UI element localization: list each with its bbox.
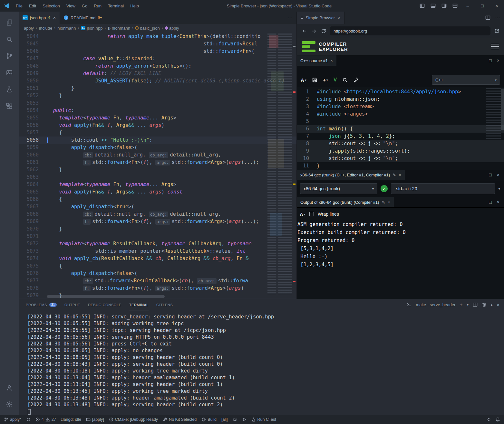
ce-scrollbar[interactable] <box>501 89 504 130</box>
ce-source-lines[interactable]: 1#include <https://localhost:8443/apply/… <box>297 88 504 170</box>
status-branch[interactable]: apply* <box>4 417 21 422</box>
source-control-icon[interactable] <box>0 48 19 64</box>
close-icon[interactable]: × <box>330 58 333 63</box>
tab-terminal[interactable]: TERMINAL <box>129 299 149 310</box>
breadcrumb-item-file[interactable]: C++ json.hpp <box>81 26 102 31</box>
minimap[interactable] <box>267 33 292 294</box>
maximize-pane-icon[interactable]: □ <box>489 172 491 177</box>
testing-beaker-icon[interactable] <box>0 81 19 98</box>
ce-source-editor[interactable]: 1#include <https://localhost:8443/apply/… <box>297 87 504 170</box>
maximize-panel-icon[interactable]: ▴ <box>491 303 493 307</box>
horizontal-scrollbar[interactable] <box>47 295 165 298</box>
back-icon[interactable] <box>301 27 308 34</box>
extensions-icon[interactable] <box>0 98 19 115</box>
status-cmake-status[interactable]: CMake: [Debug]: Ready <box>109 417 158 422</box>
terminal[interactable]: [2022-04-30 06:05:55] INFO: serve_header… <box>19 310 504 415</box>
breadcrumb-item-namespace[interactable]: {} nlohmann <box>108 26 131 31</box>
toggle-secondary-sidebar-icon[interactable] <box>439 0 450 12</box>
close-icon[interactable]: × <box>338 15 340 20</box>
hamburger-menu-icon[interactable] <box>491 44 499 50</box>
ce-minimap[interactable] <box>486 88 501 140</box>
breadcrumb-item-class[interactable]: basic_json <box>135 26 160 31</box>
language-select[interactable]: C++ ▾ <box>432 75 500 85</box>
explorer-icon[interactable] <box>0 14 19 31</box>
compiler-pane-tab[interactable]: x86-64 gcc (trunk) (C++, Editor #1, Comp… <box>297 170 405 180</box>
close-panel-icon[interactable]: × <box>497 302 499 307</box>
rename-pencil-icon[interactable]: ✎ <box>382 200 385 205</box>
menu-terminal[interactable]: Terminal <box>105 2 127 10</box>
source-pane-tab[interactable]: C++ source #1 × <box>297 55 336 66</box>
close-pane-icon[interactable]: × <box>497 172 499 177</box>
new-terminal-icon[interactable]: + <box>460 302 462 308</box>
url-input[interactable]: https://godbolt.org <box>330 26 490 35</box>
open-external-icon[interactable] <box>493 27 500 34</box>
forward-icon[interactable] <box>310 27 317 34</box>
chevron-down-icon[interactable]: ▾ <box>467 303 469 306</box>
add-pane-button[interactable]: +▾ <box>323 77 328 83</box>
more-actions-icon[interactable]: ⋯ <box>495 15 500 21</box>
pin-icon[interactable] <box>353 77 359 83</box>
breadcrumb-item-method[interactable]: apply <box>165 26 179 31</box>
close-pane-icon[interactable]: × <box>497 200 499 205</box>
output-pane-tab[interactable]: Output of x86-64 gcc (trunk) (Compiler #… <box>297 197 394 207</box>
close-icon[interactable]: × <box>53 15 56 20</box>
search-icon[interactable] <box>342 77 348 83</box>
menu-run[interactable]: Run <box>91 2 104 10</box>
feedback-icon[interactable] <box>487 417 491 422</box>
editor-more-actions-icon[interactable]: ⋯ <box>287 12 296 24</box>
code-lines[interactable]: 5044 return apply_make_tuple<ConstThis>(… <box>19 33 296 299</box>
code-editor[interactable]: 5044 return apply_make_tuple<ConstThis>(… <box>19 32 296 299</box>
tab-simple-browser[interactable]: ≡ Simple Browser × <box>297 12 344 24</box>
maximize-pane-icon[interactable]: □ <box>489 58 491 63</box>
toggle-panel-icon[interactable] <box>428 0 439 12</box>
split-editor-icon[interactable] <box>485 15 490 20</box>
account-icon[interactable] <box>0 379 19 396</box>
notifications-bell-icon[interactable] <box>496 417 500 422</box>
status-build-target[interactable]: [all] <box>221 417 228 422</box>
maximize-pane-icon[interactable]: □ <box>489 200 491 205</box>
status-run-ctest[interactable]: Run CTest <box>251 417 276 422</box>
toggle-sidebar-icon[interactable] <box>417 0 428 12</box>
tab-json-hpp[interactable]: C++ json.hpp 4 × <box>19 12 60 24</box>
rename-pencil-icon[interactable]: ✎ <box>393 173 396 177</box>
menu-edit[interactable]: Edit <box>26 2 39 10</box>
terminal-picker[interactable]: make - serve_header <box>416 302 455 307</box>
status-sync-icon[interactable] <box>26 417 31 422</box>
status-debug-icon[interactable] <box>233 417 237 422</box>
chevron-down-icon[interactable]: ▾ <box>498 187 501 191</box>
font-size-button[interactable]: A▾ <box>301 77 306 83</box>
font-size-button[interactable]: A▾ <box>300 212 305 217</box>
save-icon[interactable] <box>312 77 317 83</box>
reload-icon[interactable] <box>320 27 327 34</box>
close-pane-icon[interactable]: × <box>497 58 499 63</box>
menu-file[interactable]: File <box>13 2 25 10</box>
settings-gear-icon[interactable] <box>0 396 19 413</box>
wrap-lines-checkbox[interactable] <box>309 212 314 216</box>
tab-output[interactable]: OUTPUT <box>64 299 80 310</box>
tab-readme-md[interactable]: i README.md 9+ <box>60 12 106 24</box>
kill-terminal-trash-icon[interactable] <box>482 302 487 307</box>
tab-debug-console[interactable]: DEBUG CONSOLE <box>88 299 121 310</box>
close-icon[interactable]: × <box>388 200 390 205</box>
compiler-select[interactable]: x86-64 gcc (trunk) ▾ <box>300 183 377 194</box>
menu-view[interactable]: View <box>63 2 78 10</box>
status-clangd[interactable]: clangd: idle <box>61 417 81 422</box>
search-icon[interactable] <box>0 31 19 48</box>
vim-mode-button[interactable]: V <box>334 77 337 83</box>
breadcrumb-item[interactable]: include <box>39 26 52 31</box>
minimize-button[interactable]: – <box>460 0 475 12</box>
compiler-options-input[interactable]: -std=c++20 <box>391 183 495 194</box>
maximize-button[interactable]: □ <box>475 0 489 12</box>
breadcrumb-item[interactable]: nlohmann <box>57 26 76 31</box>
split-terminal-icon[interactable] <box>473 302 478 307</box>
status-problems[interactable]: 4 27 <box>35 417 56 422</box>
menu-help[interactable]: Help <box>127 2 142 10</box>
status-cmake-project[interactable]: [apply] <box>86 417 104 422</box>
status-cmake-kit[interactable]: No Kit Selected <box>163 417 197 422</box>
status-launch-icon[interactable] <box>242 417 247 422</box>
status-build[interactable]: Build <box>201 417 217 422</box>
tab-problems[interactable]: PROBLEMS 31 <box>26 299 57 310</box>
close-window-button[interactable]: × <box>489 0 504 12</box>
breadcrumb-item[interactable]: apply <box>24 26 34 31</box>
customize-layout-icon[interactable] <box>450 0 460 12</box>
